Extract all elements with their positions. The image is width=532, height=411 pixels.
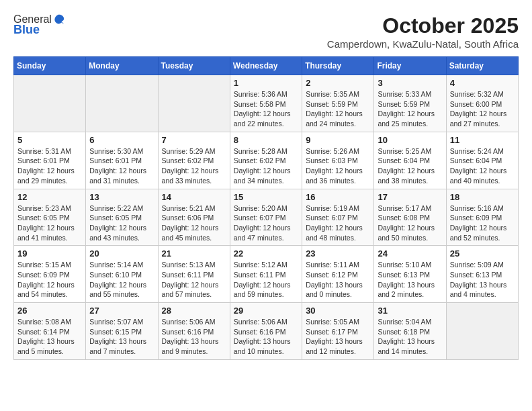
day-info: Sunrise: 5:20 AM Sunset: 6:07 PM Dayligh…: [234, 203, 298, 243]
day-number: 4: [450, 78, 515, 88]
column-header-tuesday: Tuesday: [158, 57, 230, 75]
day-info: Sunrise: 5:28 AM Sunset: 6:02 PM Dayligh…: [234, 146, 298, 186]
calendar-cell: 14Sunrise: 5:21 AM Sunset: 6:06 PM Dayli…: [158, 189, 230, 246]
day-info: Sunrise: 5:31 AM Sunset: 6:01 PM Dayligh…: [17, 146, 82, 186]
day-number: 27: [89, 306, 154, 316]
day-number: 31: [378, 306, 442, 316]
day-info: Sunrise: 5:33 AM Sunset: 5:59 PM Dayligh…: [378, 89, 442, 129]
day-info: Sunrise: 5:16 AM Sunset: 6:09 PM Dayligh…: [450, 203, 515, 243]
day-number: 24: [378, 248, 442, 259]
calendar-week-row: 19Sunrise: 5:15 AM Sunset: 6:09 PM Dayli…: [14, 246, 519, 303]
day-number: 28: [162, 306, 226, 316]
day-number: 21: [162, 248, 226, 259]
column-header-monday: Monday: [86, 57, 158, 75]
calendar-cell: 24Sunrise: 5:10 AM Sunset: 6:13 PM Dayli…: [374, 246, 446, 303]
day-info: Sunrise: 5:11 AM Sunset: 6:12 PM Dayligh…: [306, 260, 370, 300]
calendar-cell: [86, 75, 158, 132]
calendar-cell: 27Sunrise: 5:07 AM Sunset: 6:15 PM Dayli…: [86, 303, 158, 360]
day-info: Sunrise: 5:07 AM Sunset: 6:15 PM Dayligh…: [89, 317, 154, 357]
page-header: General Blue October 2025 Camperdown, Kw…: [13, 13, 519, 50]
day-number: 15: [234, 192, 298, 202]
day-number: 7: [162, 135, 226, 145]
calendar-cell: 18Sunrise: 5:16 AM Sunset: 6:09 PM Dayli…: [446, 189, 518, 246]
calendar-header-row: SundayMondayTuesdayWednesdayThursdayFrid…: [14, 57, 519, 75]
day-info: Sunrise: 5:14 AM Sunset: 6:10 PM Dayligh…: [89, 260, 154, 300]
day-info: Sunrise: 5:06 AM Sunset: 6:16 PM Dayligh…: [162, 317, 226, 357]
calendar-cell: 19Sunrise: 5:15 AM Sunset: 6:09 PM Dayli…: [14, 246, 86, 303]
calendar-cell: 9Sunrise: 5:26 AM Sunset: 6:03 PM Daylig…: [302, 132, 374, 189]
calendar-cell: [158, 75, 230, 132]
day-number: 12: [17, 192, 82, 202]
day-info: Sunrise: 5:26 AM Sunset: 6:03 PM Dayligh…: [306, 146, 370, 186]
calendar-cell: 17Sunrise: 5:17 AM Sunset: 6:08 PM Dayli…: [374, 189, 446, 246]
day-info: Sunrise: 5:25 AM Sunset: 6:04 PM Dayligh…: [378, 146, 442, 186]
calendar-cell: 29Sunrise: 5:06 AM Sunset: 6:16 PM Dayli…: [230, 303, 302, 360]
calendar-table: SundayMondayTuesdayWednesdayThursdayFrid…: [13, 56, 519, 360]
day-info: Sunrise: 5:36 AM Sunset: 5:58 PM Dayligh…: [234, 89, 298, 129]
day-number: 8: [234, 135, 298, 145]
calendar-cell: [14, 75, 86, 132]
day-number: 20: [89, 248, 154, 259]
day-info: Sunrise: 5:10 AM Sunset: 6:13 PM Dayligh…: [378, 260, 442, 300]
calendar-week-row: 26Sunrise: 5:08 AM Sunset: 6:14 PM Dayli…: [14, 303, 519, 360]
calendar-cell: 31Sunrise: 5:04 AM Sunset: 6:18 PM Dayli…: [374, 303, 446, 360]
day-number: 18: [450, 192, 515, 202]
day-info: Sunrise: 5:19 AM Sunset: 6:07 PM Dayligh…: [306, 203, 370, 243]
calendar-cell: 11Sunrise: 5:24 AM Sunset: 6:04 PM Dayli…: [446, 132, 518, 189]
calendar-cell: 25Sunrise: 5:09 AM Sunset: 6:13 PM Dayli…: [446, 246, 518, 303]
day-info: Sunrise: 5:12 AM Sunset: 6:11 PM Dayligh…: [234, 260, 298, 300]
calendar-cell: 2Sunrise: 5:35 AM Sunset: 5:59 PM Daylig…: [302, 75, 374, 132]
location-subtitle: Camperdown, KwaZulu-Natal, South Africa: [327, 38, 519, 50]
day-number: 3: [378, 78, 442, 88]
column-header-wednesday: Wednesday: [230, 57, 302, 75]
day-info: Sunrise: 5:08 AM Sunset: 6:14 PM Dayligh…: [17, 317, 82, 357]
day-info: Sunrise: 5:17 AM Sunset: 6:08 PM Dayligh…: [378, 203, 442, 243]
day-number: 16: [306, 192, 370, 202]
calendar-cell: 28Sunrise: 5:06 AM Sunset: 6:16 PM Dayli…: [158, 303, 230, 360]
day-number: 26: [17, 306, 82, 316]
calendar-week-row: 5Sunrise: 5:31 AM Sunset: 6:01 PM Daylig…: [14, 132, 519, 189]
day-number: 9: [306, 135, 370, 145]
day-info: Sunrise: 5:05 AM Sunset: 6:17 PM Dayligh…: [306, 317, 370, 357]
day-info: Sunrise: 5:13 AM Sunset: 6:11 PM Dayligh…: [162, 260, 226, 300]
calendar-week-row: 12Sunrise: 5:23 AM Sunset: 6:05 PM Dayli…: [14, 189, 519, 246]
day-number: 30: [306, 306, 370, 316]
column-header-thursday: Thursday: [302, 57, 374, 75]
calendar-cell: 23Sunrise: 5:11 AM Sunset: 6:12 PM Dayli…: [302, 246, 374, 303]
title-block: October 2025 Camperdown, KwaZulu-Natal, …: [327, 13, 519, 50]
day-info: Sunrise: 5:15 AM Sunset: 6:09 PM Dayligh…: [17, 260, 82, 300]
logo: General Blue: [13, 13, 65, 37]
day-number: 29: [234, 306, 298, 316]
calendar-cell: 8Sunrise: 5:28 AM Sunset: 6:02 PM Daylig…: [230, 132, 302, 189]
day-info: Sunrise: 5:23 AM Sunset: 6:05 PM Dayligh…: [17, 203, 82, 243]
calendar-cell: 13Sunrise: 5:22 AM Sunset: 6:05 PM Dayli…: [86, 189, 158, 246]
logo-bird-icon: [53, 13, 65, 26]
calendar-cell: 4Sunrise: 5:32 AM Sunset: 6:00 PM Daylig…: [446, 75, 518, 132]
column-header-saturday: Saturday: [446, 57, 518, 75]
calendar-cell: 3Sunrise: 5:33 AM Sunset: 5:59 PM Daylig…: [374, 75, 446, 132]
day-info: Sunrise: 5:32 AM Sunset: 6:00 PM Dayligh…: [450, 89, 515, 129]
calendar-cell: 20Sunrise: 5:14 AM Sunset: 6:10 PM Dayli…: [86, 246, 158, 303]
day-info: Sunrise: 5:24 AM Sunset: 6:04 PM Dayligh…: [450, 146, 515, 186]
calendar-cell: 16Sunrise: 5:19 AM Sunset: 6:07 PM Dayli…: [302, 189, 374, 246]
calendar-cell: 7Sunrise: 5:29 AM Sunset: 6:02 PM Daylig…: [158, 132, 230, 189]
calendar-cell: [446, 303, 518, 360]
day-info: Sunrise: 5:22 AM Sunset: 6:05 PM Dayligh…: [89, 203, 154, 243]
day-number: 5: [17, 135, 82, 145]
day-number: 13: [89, 192, 154, 202]
day-number: 17: [378, 192, 442, 202]
day-number: 10: [378, 135, 442, 145]
day-number: 2: [306, 78, 370, 88]
day-info: Sunrise: 5:06 AM Sunset: 6:16 PM Dayligh…: [234, 317, 298, 357]
month-title: October 2025: [327, 13, 519, 38]
day-number: 25: [450, 248, 515, 259]
day-number: 11: [450, 135, 515, 145]
calendar-cell: 15Sunrise: 5:20 AM Sunset: 6:07 PM Dayli…: [230, 189, 302, 246]
day-number: 6: [89, 135, 154, 145]
day-info: Sunrise: 5:29 AM Sunset: 6:02 PM Dayligh…: [162, 146, 226, 186]
day-info: Sunrise: 5:30 AM Sunset: 6:01 PM Dayligh…: [89, 146, 154, 186]
calendar-cell: 22Sunrise: 5:12 AM Sunset: 6:11 PM Dayli…: [230, 246, 302, 303]
day-number: 23: [306, 248, 370, 259]
calendar-cell: 5Sunrise: 5:31 AM Sunset: 6:01 PM Daylig…: [14, 132, 86, 189]
day-info: Sunrise: 5:35 AM Sunset: 5:59 PM Dayligh…: [306, 89, 370, 129]
